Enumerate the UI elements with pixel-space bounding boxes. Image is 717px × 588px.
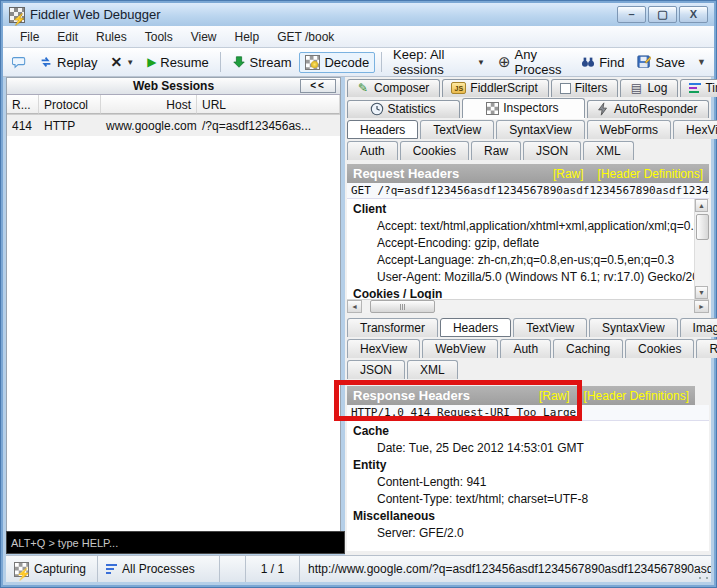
tab-log[interactable]: ▤ Log <box>620 79 678 97</box>
header-group[interactable]: Cache <box>353 423 709 440</box>
response-headers-tree[interactable]: Cache Date: Tue, 25 Dec 2012 14:53:01 GM… <box>347 421 709 551</box>
request-tab-webforms[interactable]: WebForms <box>587 120 671 139</box>
response-headers-bar: Response Headers [Raw] [Header Definitio… <box>347 386 695 405</box>
response-tab-syntaxview[interactable]: SyntaxView <box>589 318 677 337</box>
header-item[interactable]: Date: Tue, 25 Dec 2012 14:53:01 GMT <box>353 440 709 457</box>
header-item[interactable]: User-Agent: Mozilla/5.0 (Windows NT 6.1;… <box>353 269 709 286</box>
resize-grip[interactable] <box>697 568 710 581</box>
request-tab-cookies[interactable]: Cookies <box>400 141 469 160</box>
play-icon: ▶ <box>147 55 156 69</box>
header-group[interactable]: Cookies / Login <box>353 286 709 299</box>
response-status-line[interactable]: HTTP/1.0 414 Request-URI Too Large <box>347 405 709 421</box>
menu-view[interactable]: View <box>182 28 226 46</box>
response-tab-webview[interactable]: WebView <box>422 339 498 358</box>
scroll-down-arrow-icon[interactable]: ▼ <box>695 286 708 299</box>
menu-get-book[interactable]: GET /book <box>268 28 343 46</box>
tab-timeline[interactable]: Timeline <box>680 79 717 97</box>
menu-file[interactable]: File <box>11 28 48 46</box>
response-tab-raw[interactable]: Raw <box>696 339 717 358</box>
request-header-definitions-link[interactable]: [Header Definitions] <box>598 167 703 181</box>
save-button[interactable]: Save <box>632 53 690 72</box>
replay-button[interactable]: Replay <box>34 53 102 72</box>
response-tab-textview[interactable]: TextView <box>513 318 587 337</box>
column-header-host[interactable]: Host <box>101 95 197 114</box>
column-header-result[interactable]: R... <box>7 95 39 114</box>
process-filter-toggle[interactable]: All Processes <box>98 556 220 582</box>
menu-rules[interactable]: Rules <box>87 28 136 46</box>
find-button[interactable]: Find <box>576 53 629 72</box>
comment-button[interactable] <box>7 53 31 71</box>
decode-toggle-button[interactable]: Decode <box>299 52 375 73</box>
stream-button[interactable]: Stream <box>227 53 297 72</box>
response-tab-transformer[interactable]: Transformer <box>347 318 438 337</box>
request-headers-tree[interactable]: Client Accept: text/html,application/xht… <box>347 199 709 299</box>
minimize-button[interactable]: – <box>617 6 646 23</box>
request-tree-vertical-scrollbar[interactable]: ▲ ▼ <box>694 199 709 299</box>
request-tab-hexview[interactable]: HexView <box>673 120 717 139</box>
response-header-definitions-link[interactable]: [Header Definitions] <box>584 389 689 403</box>
quickexec-prompt: ALT+Q > type HELP... <box>11 537 118 549</box>
request-raw-link[interactable]: [Raw] <box>553 167 584 181</box>
menu-tools[interactable]: Tools <box>136 28 182 46</box>
response-raw-link[interactable]: [Raw] <box>539 389 570 403</box>
header-group[interactable]: Miscellaneous <box>353 508 709 525</box>
title-bar[interactable]: ⚡ Fiddler Web Debugger – ▢ X <box>3 3 714 26</box>
request-tab-headers[interactable]: Headers <box>347 120 418 139</box>
remove-sessions-button[interactable]: ✕ ▼ <box>105 52 139 72</box>
response-tab-headers[interactable]: Headers <box>440 318 511 337</box>
menu-help[interactable]: Help <box>226 28 269 46</box>
toolbar-overflow-button[interactable]: ▼ <box>693 57 710 67</box>
response-tab-xml[interactable]: XML <box>407 360 458 379</box>
chevron-down-icon: ▼ <box>477 58 485 67</box>
response-tab-imageview[interactable]: ImageView <box>680 318 717 337</box>
keep-sessions-dropdown[interactable]: Keep: All sessions ▼ <box>388 45 490 79</box>
capturing-toggle[interactable]: ⚡ Capturing <box>6 556 98 582</box>
session-row[interactable]: 414 HTTP www.google.com /?q=asdf123456as… <box>7 115 340 136</box>
response-tab-json[interactable]: JSON <box>347 360 405 379</box>
request-tab-textview[interactable]: TextView <box>420 120 494 139</box>
scroll-up-arrow-icon[interactable]: ▲ <box>695 199 708 212</box>
lightning-icon: ⚡ <box>12 14 26 25</box>
response-tab-auth[interactable]: Auth <box>500 339 551 358</box>
quickexec-input[interactable]: ALT+Q > type HELP... <box>6 531 345 554</box>
tab-composer[interactable]: ✎ Composer <box>347 79 440 97</box>
status-url[interactable]: http://www.google.com/?q=asdf123456asdf1… <box>300 556 711 582</box>
scrollbar-thumb[interactable] <box>696 214 709 240</box>
column-header-protocol[interactable]: Protocol <box>39 95 101 114</box>
tab-fiddlerscript[interactable]: JS FiddlerScript <box>442 79 548 97</box>
menu-edit[interactable]: Edit <box>48 28 87 46</box>
tab-filters[interactable]: Filters <box>551 79 619 97</box>
collapse-pane-button[interactable]: << <box>300 79 336 93</box>
scrollbar-thumb[interactable] <box>370 300 435 313</box>
response-tab-hexview[interactable]: HexView <box>347 339 420 358</box>
header-group[interactable]: Client <box>353 201 709 218</box>
resume-button[interactable]: ▶ Resume <box>142 53 214 72</box>
tab-inspectors[interactable]: Inspectors <box>462 98 584 118</box>
sessions-list-area[interactable] <box>7 137 340 537</box>
scroll-right-arrow-icon[interactable]: ► <box>694 300 709 313</box>
maximize-button[interactable]: ▢ <box>648 6 677 23</box>
header-item[interactable]: Accept-Language: zh-cn,zh;q=0.8,en-us;q=… <box>353 252 709 269</box>
tab-autoresponder[interactable]: AutoResponder <box>587 100 709 118</box>
tab-statistics[interactable]: Statistics <box>347 100 460 118</box>
close-button[interactable]: X <box>679 6 708 23</box>
header-item[interactable]: Accept: text/html,application/xhtml+xml,… <box>353 218 709 235</box>
request-tab-json[interactable]: JSON <box>523 141 581 160</box>
header-item[interactable]: Content-Type: text/html; charset=UTF-8 <box>353 491 709 508</box>
request-tab-syntaxview[interactable]: SyntaxView <box>496 120 584 139</box>
request-tab-auth[interactable]: Auth <box>347 141 398 160</box>
response-tab-cookies[interactable]: Cookies <box>625 339 694 358</box>
header-item[interactable]: Content-Length: 941 <box>353 474 709 491</box>
request-tree-horizontal-scrollbar[interactable]: ◄ ► <box>347 299 709 313</box>
any-process-button[interactable]: ⊕ Any Process <box>493 45 573 79</box>
request-tab-raw[interactable]: Raw <box>471 141 521 160</box>
web-sessions-pane: Web Sessions << R... Protocol Host URL 4… <box>6 77 341 552</box>
header-item[interactable]: Server: GFE/2.0 <box>353 525 709 542</box>
header-item[interactable]: Accept-Encoding: gzip, deflate <box>353 235 709 252</box>
column-header-url[interactable]: URL <box>197 95 340 114</box>
response-tab-caching[interactable]: Caching <box>553 339 623 358</box>
scroll-left-arrow-icon[interactable]: ◄ <box>347 300 362 313</box>
request-line[interactable]: GET /?q=asdf123456asdf1234567890asdf1234… <box>347 183 709 199</box>
request-tab-xml[interactable]: XML <box>583 141 634 160</box>
header-group[interactable]: Entity <box>353 457 709 474</box>
